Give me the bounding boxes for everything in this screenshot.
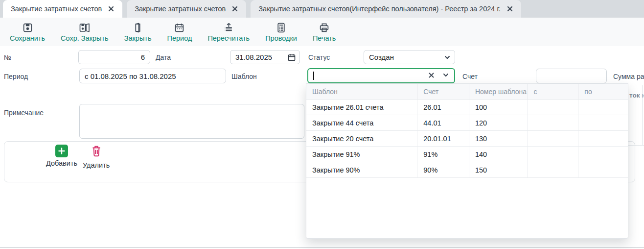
main-toolbar: Сохранить Сохр. Закрыть Закрыть — [0, 18, 644, 46]
status-select[interactable]: Создан — [364, 50, 455, 64]
close-door-icon — [132, 22, 143, 33]
chevron-down-icon[interactable] — [442, 72, 449, 80]
save-close-label: Сохр. Закрыть — [61, 34, 109, 42]
save-close-button[interactable]: Сохр. Закрыть — [61, 22, 109, 42]
template-label: Шаблон — [231, 73, 257, 80]
table-cell — [578, 162, 628, 178]
save-label: Сохранить — [10, 34, 45, 42]
period-value: с 01.08.2025 по 31.08.2025 — [85, 72, 176, 80]
tab-bar: Закрытие затратных счетов Закрытие затра… — [0, 0, 644, 18]
save-icon — [22, 22, 33, 33]
template-dropdown-header: ШаблонСчетНомер шаблонаспо — [306, 84, 628, 100]
table-cell — [528, 115, 579, 131]
template-option-row[interactable]: Закрытие 20 счета20.01.01130 — [306, 131, 628, 147]
text-caret — [313, 72, 314, 80]
add-row-button[interactable]: Добавить — [46, 145, 77, 167]
dropdown-header-cell: по — [578, 84, 628, 100]
date-label: Дата — [156, 53, 171, 61]
tab-label: Закрытие затратных счетов — [135, 5, 226, 13]
tab-closing-accounts-registry[interactable]: Закрытие затратных счетов(Интерфейс поль… — [251, 0, 521, 18]
status-value: Создан — [369, 53, 394, 61]
printer-icon — [319, 22, 330, 33]
delete-label: Удалить — [83, 161, 110, 169]
table-cell: 44.01 — [417, 115, 469, 131]
table-cell — [578, 115, 628, 131]
dropdown-header-cell: с — [528, 84, 579, 100]
recalculate-label: Пересчитать — [207, 34, 250, 42]
add-icon — [55, 145, 68, 157]
table-cell — [528, 100, 579, 115]
table-cell: Закрытие 90% — [306, 162, 417, 178]
table-cell — [528, 147, 579, 162]
print-button[interactable]: Печать — [313, 22, 336, 42]
add-label: Добавить — [46, 159, 77, 167]
table-cell: 140 — [469, 147, 528, 162]
recalculate-icon — [223, 22, 234, 33]
period-label: Период — [167, 34, 192, 42]
template-option-row[interactable]: Закрытие 91%91%140 — [306, 147, 628, 162]
period-input[interactable]: с 01.08.2025 по 31.08.2025 — [79, 69, 226, 83]
table-cell: Закрытие 20 счета — [306, 131, 417, 147]
postings-button[interactable]: Проводки — [265, 22, 297, 42]
postings-label: Проводки — [265, 34, 297, 42]
save-close-icon — [79, 22, 91, 33]
tab-label: Закрытие затратных счетов — [11, 5, 102, 13]
table-cell: Закрытие 91% — [306, 147, 417, 162]
period-button[interactable]: Период — [167, 22, 192, 42]
table-cell: 20.01.01 — [417, 131, 469, 147]
delete-row-button[interactable]: Удалить — [83, 145, 110, 169]
table-cell: 130 — [469, 131, 528, 147]
table-cell: 91% — [417, 147, 469, 162]
table-cell: Закрытие 44 счета — [306, 115, 417, 131]
table-cell — [578, 100, 628, 115]
number-input[interactable]: 6 — [78, 50, 150, 64]
table-cell — [528, 162, 579, 178]
status-label: Статус — [308, 53, 330, 61]
table-cell — [528, 131, 579, 147]
trash-icon — [91, 145, 102, 159]
close-button[interactable]: Закрыть — [124, 22, 152, 42]
table-cell: 100 — [469, 100, 528, 115]
app-window: Закрытие затратных счетов Закрытие затра… — [0, 0, 644, 249]
table-cell: 90% — [417, 162, 469, 178]
clear-icon[interactable] — [428, 72, 435, 80]
calendar-icon[interactable] — [288, 53, 296, 61]
bottom-divider — [0, 247, 644, 248]
calculator-icon — [276, 22, 287, 33]
close-label: Закрыть — [124, 34, 152, 42]
template-dropdown-table-body: Закрытие 26.01 счета26.01100Закрытие 44 … — [306, 100, 628, 178]
chevron-down-icon — [444, 54, 451, 61]
table-cell: 120 — [469, 115, 528, 131]
template-option-row[interactable]: Закрытие 90%90%150 — [306, 162, 628, 178]
background-grid-line — [628, 145, 644, 146]
background-grid-line-vertical — [642, 85, 643, 145]
tab-closing-accounts-2[interactable]: Закрытие затратных счетов — [127, 0, 246, 18]
tab-close-icon[interactable] — [506, 5, 513, 12]
number-label: № — [4, 53, 11, 61]
account-input[interactable] — [536, 69, 607, 83]
table-cell — [578, 131, 628, 147]
save-button[interactable]: Сохранить — [10, 22, 45, 42]
account-label: Счет — [462, 73, 478, 80]
amount-label-truncated: Сумма рас — [613, 73, 644, 80]
tab-close-icon[interactable] — [231, 5, 238, 12]
note-textarea[interactable] — [79, 104, 304, 139]
period-field-label: Период — [4, 73, 28, 80]
tab-closing-accounts-1[interactable]: Закрытие затратных счетов — [3, 0, 122, 18]
recalculate-button[interactable]: Пересчитать — [207, 22, 250, 42]
table-cell: 150 — [469, 162, 528, 178]
number-value: 6 — [141, 53, 145, 61]
date-value: 31.08.2025 — [235, 53, 272, 61]
tab-close-icon[interactable] — [108, 5, 115, 12]
date-input[interactable]: 31.08.2025 — [230, 50, 300, 64]
tab-label: Закрытие затратных счетов(Интерфейс поль… — [258, 5, 501, 13]
template-option-row[interactable]: Закрытие 44 счета44.01120 — [306, 115, 628, 131]
calendar-icon — [174, 22, 185, 33]
template-dropdown: ШаблонСчетНомер шаблонаспо Закрытие 26.0… — [306, 83, 628, 239]
template-combobox[interactable] — [307, 68, 455, 83]
dropdown-header-cell: Шаблон — [306, 84, 417, 100]
dropdown-header-cell: Счет — [417, 84, 469, 100]
table-cell: 26.01 — [417, 100, 469, 115]
print-label: Печать — [313, 34, 336, 42]
template-option-row[interactable]: Закрытие 26.01 счета26.01100 — [306, 100, 628, 115]
